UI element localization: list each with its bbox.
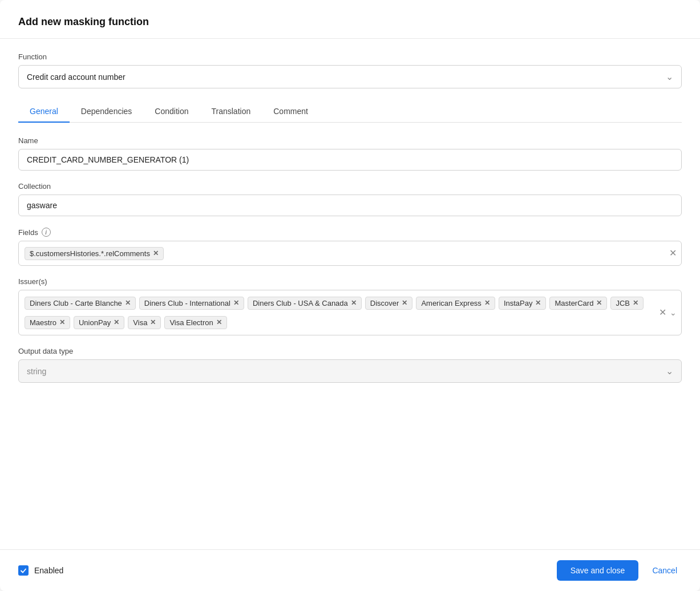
issuer-tag-remove-3[interactable]: ✕: [402, 299, 407, 306]
function-label: Function: [18, 52, 682, 61]
fields-info-icon: i: [42, 228, 51, 237]
enabled-section: Enabled: [18, 565, 63, 576]
fields-tag-0: $.customersHistories.*.relComments ✕: [25, 247, 164, 260]
fields-label: Fields: [18, 228, 38, 237]
issuer-tag-remove-4[interactable]: ✕: [484, 299, 490, 306]
issuer-tag-label-11: Visa Electron: [169, 318, 213, 327]
issuer-tag-label-5: InstaPay: [504, 299, 533, 307]
issuer-tag-8: Maestro ✕: [25, 316, 70, 329]
issuer-tag-5: InstaPay ✕: [499, 297, 547, 310]
issuers-clear-icon[interactable]: ✕: [659, 308, 666, 317]
tab-translation[interactable]: Translation: [200, 100, 262, 123]
name-section: Name: [18, 136, 682, 171]
issuer-tag-label-0: Diners Club - Carte Blanche: [30, 299, 122, 307]
issuer-tag-remove-0[interactable]: ✕: [125, 299, 131, 306]
issuer-tag-10: Visa ✕: [128, 316, 161, 329]
issuer-tag-remove-11[interactable]: ✕: [216, 319, 222, 326]
dialog-body: Function Credit card account number ⌄ Ge…: [0, 39, 700, 549]
collection-label: Collection: [18, 182, 682, 191]
issuer-tag-label-6: MasterCard: [555, 299, 593, 307]
tab-general[interactable]: General: [18, 100, 70, 123]
dialog-footer: Enabled Save and close Cancel: [0, 549, 700, 591]
issuer-tag-2: Diners Club - USA & Canada ✕: [248, 297, 362, 310]
issuer-tag-9: UnionPay ✕: [74, 316, 124, 329]
dialog-title: Add new masking function: [18, 16, 149, 27]
issuer-tag-remove-10[interactable]: ✕: [150, 319, 156, 326]
issuers-tags-actions: ✕ ⌄: [659, 308, 677, 317]
issuer-tag-remove-8[interactable]: ✕: [59, 319, 65, 326]
enabled-label: Enabled: [34, 566, 63, 575]
issuer-tag-11: Visa Electron ✕: [164, 316, 226, 329]
function-section: Function Credit card account number ⌄: [18, 52, 682, 88]
issuer-tag-label-1: Diners Club - International: [144, 299, 230, 307]
issuers-label: Issuer(s): [18, 277, 682, 286]
issuer-tag-label-9: UnionPay: [79, 318, 111, 327]
cancel-button[interactable]: Cancel: [648, 560, 682, 581]
issuer-tag-label-2: Diners Club - USA & Canada: [253, 299, 348, 307]
output-data-type-label: Output data type: [18, 347, 682, 355]
checkmark-icon: [20, 567, 27, 574]
issuer-tag-label-4: American Express: [421, 299, 481, 307]
issuers-tags-box[interactable]: Diners Club - Carte Blanche ✕ Diners Clu…: [18, 290, 682, 335]
output-data-type-value: string: [27, 367, 46, 376]
issuer-tag-remove-7[interactable]: ✕: [633, 299, 638, 306]
function-select[interactable]: Credit card account number ⌄: [18, 65, 682, 88]
issuer-tag-label-7: JCB: [616, 299, 630, 307]
issuers-chevron-icon[interactable]: ⌄: [670, 308, 677, 317]
function-value: Credit card account number: [27, 72, 126, 82]
tab-condition[interactable]: Condition: [143, 100, 200, 123]
enabled-checkbox[interactable]: [18, 565, 29, 576]
dialog-header: Add new masking function: [0, 0, 700, 39]
issuer-tag-3: Discover ✕: [365, 297, 413, 310]
fields-tags-actions: ✕: [669, 249, 677, 258]
tab-comment[interactable]: Comment: [262, 100, 319, 123]
fields-clear-icon[interactable]: ✕: [669, 249, 677, 258]
fields-tags-row: $.customersHistories.*.relComments ✕: [25, 247, 675, 260]
issuer-tag-1: Diners Club - International ✕: [139, 297, 244, 310]
issuer-tag-label-8: Maestro: [30, 318, 56, 327]
name-label: Name: [18, 136, 682, 145]
issuer-tag-0: Diners Club - Carte Blanche ✕: [25, 297, 136, 310]
issuer-tag-label-10: Visa: [133, 318, 147, 327]
tabs: General Dependencies Condition Translati…: [18, 100, 682, 123]
function-chevron-icon: ⌄: [666, 71, 673, 82]
save-and-close-button[interactable]: Save and close: [557, 560, 639, 581]
issuer-tag-4: American Express ✕: [416, 297, 495, 310]
issuer-tag-7: JCB ✕: [610, 297, 644, 310]
fields-tags-box[interactable]: $.customersHistories.*.relComments ✕ ✕: [18, 241, 682, 266]
footer-buttons: Save and close Cancel: [557, 560, 682, 581]
issuer-tag-remove-9[interactable]: ✕: [114, 319, 119, 326]
collection-input[interactable]: [18, 195, 682, 216]
issuer-tag-remove-1[interactable]: ✕: [233, 299, 239, 306]
output-data-type-chevron-icon: ⌄: [666, 366, 673, 377]
issuer-tag-label-3: Discover: [370, 299, 399, 307]
add-masking-dialog: Add new masking function Function Credit…: [0, 0, 700, 591]
output-data-type-section: Output data type string ⌄: [18, 347, 682, 383]
output-data-type-select[interactable]: string ⌄: [18, 359, 682, 383]
fields-label-row: Fields i: [18, 228, 682, 237]
fields-tag-label-0: $.customersHistories.*.relComments: [30, 249, 150, 258]
fields-tag-remove-0[interactable]: ✕: [153, 250, 159, 257]
issuer-tag-remove-2[interactable]: ✕: [351, 299, 357, 306]
issuers-section: Issuer(s) Diners Club - Carte Blanche ✕ …: [18, 277, 682, 335]
name-input[interactable]: [18, 149, 682, 171]
fields-section: Fields i $.customersHistories.*.relComme…: [18, 228, 682, 266]
issuer-tag-remove-5[interactable]: ✕: [535, 299, 541, 306]
issuer-tag-6: MasterCard ✕: [549, 297, 607, 310]
issuer-tag-remove-6[interactable]: ✕: [596, 299, 602, 306]
collection-section: Collection: [18, 182, 682, 216]
tab-dependencies[interactable]: Dependencies: [70, 100, 144, 123]
